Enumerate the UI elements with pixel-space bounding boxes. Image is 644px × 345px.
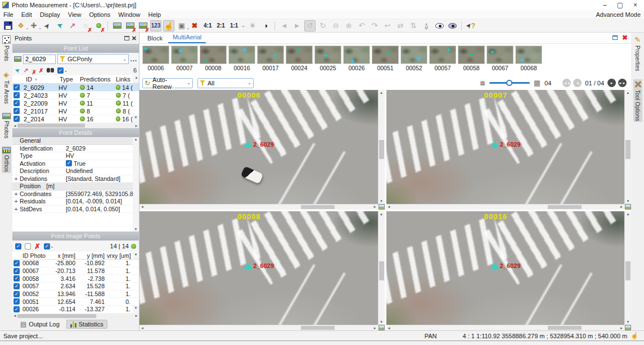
viewport-hscrollbar[interactable]: ◄►	[139, 325, 378, 330]
filter-combo[interactable]: GCPonly ⌄	[57, 54, 129, 64]
activation-checkbox[interactable]: ✓	[66, 160, 72, 166]
delete-selection-icon[interactable]: ◌	[31, 67, 35, 74]
tab-block[interactable]: Block	[143, 34, 167, 43]
point-row[interactable]: ✓ 2_24023 HV 7 7 (	[12, 92, 139, 99]
point-marker[interactable]: 2_6029	[491, 141, 521, 148]
viewport-00006[interactable]: 00006 2_6029 ▲▼ ◄►	[139, 90, 385, 210]
prediction-path-button[interactable]: ↗	[67, 20, 78, 31]
first-page-button[interactable]: ◄◄	[562, 79, 571, 87]
image-select-button[interactable]	[111, 20, 123, 31]
image-point-row[interactable]: ✓ 00067 -20.713 11.578 1.	[12, 267, 139, 275]
thumbnail[interactable]: ⌖00017	[257, 46, 284, 76]
row-checkbox[interactable]: ✓	[13, 275, 20, 282]
row-checkbox[interactable]: ✓	[13, 100, 20, 106]
point-list-hscrollbar[interactable]: ◄►	[12, 123, 139, 128]
thumbnail[interactable]: ⌖00024	[286, 46, 313, 76]
thumbnail[interactable]: ⌖00068	[515, 46, 542, 76]
zoom-in-step-button[interactable]: ⊕	[343, 20, 354, 31]
next-page-button[interactable]: ►	[607, 79, 616, 87]
thumbnail[interactable]: ⌖00016	[228, 46, 255, 76]
point-marker[interactable]: 2_6029	[244, 141, 274, 148]
block-menu-button[interactable]: ❖⌄	[15, 20, 26, 31]
overlay-layers-button[interactable]: ▣⌄	[176, 20, 187, 31]
search-binoculars-icon[interactable]	[47, 68, 54, 72]
menu-view[interactable]: View	[68, 11, 82, 18]
col-y[interactable]: y [mm]	[78, 252, 107, 259]
details-vscrollbar[interactable]: ▲▼	[133, 137, 139, 231]
prev-view-button[interactable]: ◄	[278, 20, 290, 31]
filter-more-button[interactable]: ...	[130, 56, 137, 62]
sidebar-tab-tool-options[interactable]: Tool Options	[633, 79, 642, 122]
image-point-row[interactable]: ✓ 00068 -25.800 -10.892 1.	[12, 260, 139, 267]
close-panel-icon[interactable]: ✕	[132, 35, 137, 42]
hide-photos-button[interactable]	[447, 20, 458, 31]
row-checkbox[interactable]: ✓	[13, 268, 20, 274]
viewport-adjust-icon[interactable]	[624, 325, 631, 330]
row-checkbox[interactable]: ✓	[13, 291, 20, 297]
float-view-icon[interactable]	[613, 35, 618, 40]
thumbnail[interactable]: ⌖00026	[343, 46, 370, 76]
new-point-icon[interactable]	[14, 56, 21, 62]
thumbnail[interactable]: ⌖00025	[314, 46, 341, 76]
minimize-button[interactable]: –	[603, 1, 607, 9]
row-checkbox[interactable]: ✓	[13, 298, 20, 305]
menu-edit[interactable]: Edit	[21, 11, 32, 18]
menu-window[interactable]: Window	[118, 11, 140, 18]
move-tool-button[interactable]: ✚⌄	[28, 20, 39, 31]
expand-toggle[interactable]: +	[12, 190, 20, 197]
group-position[interactable]: Position [m]	[20, 183, 133, 189]
aerial-image[interactable]: 00008 2_6029	[139, 211, 378, 325]
delete-point-button[interactable]	[93, 20, 104, 31]
image-delete-all-button[interactable]	[137, 20, 148, 31]
tab-multiaerial[interactable]: MultiAerial	[168, 33, 206, 43]
next-view-button[interactable]: ►	[291, 20, 303, 31]
thumbnail[interactable]: ⌖00058	[458, 46, 485, 76]
viewport-vscrollbar[interactable]: ▲▼	[378, 211, 385, 325]
row-checkbox[interactable]: ✓	[13, 116, 20, 122]
contrast-button[interactable]: ◑	[260, 20, 271, 31]
check-filter-icon[interactable]: ✓⌄	[57, 67, 67, 74]
scroll-down-arrow[interactable]: ▼	[133, 115, 139, 122]
thumbnail[interactable]: ⌖00006	[142, 46, 169, 76]
viewport-00007[interactable]: 00007 2_6029 ▲▼ ◄►	[386, 90, 632, 210]
point-marker[interactable]: 2_6029	[244, 262, 274, 269]
rotate-cw-button[interactable]: ↷	[369, 20, 380, 31]
image-point-row[interactable]: ✓ 00058 3.416 -2.738 1.	[12, 275, 139, 283]
menu-help[interactable]: Help	[148, 11, 161, 18]
prediction-icon[interactable]: ↗	[23, 67, 28, 74]
viewport-vscrollbar[interactable]: ▲▼	[378, 90, 385, 204]
statistics-button[interactable]: Statistics	[66, 320, 107, 329]
slider-handle[interactable]	[506, 80, 512, 86]
aerial-image[interactable]: 00007 2_6029	[386, 90, 625, 204]
image-delete-button[interactable]	[124, 20, 136, 31]
viewport-00016[interactable]: 00016 2_6029 ▲▼ ◄►	[386, 211, 632, 331]
scroll-up-arrow[interactable]: ▲	[133, 252, 139, 259]
viewport-vscrollbar[interactable]: ▲▼	[624, 90, 631, 204]
row-checkbox[interactable]: ✓	[13, 84, 20, 90]
sidebar-tab-photos[interactable]: Photos	[2, 112, 11, 139]
expand-toggle[interactable]: +	[12, 175, 20, 182]
zoom-1-1-button[interactable]: 1:1	[228, 22, 240, 29]
float-panel-icon[interactable]	[124, 36, 129, 40]
zoom-4-1-button[interactable]: 4:1	[202, 22, 213, 29]
output-log-button[interactable]: ▤ Output Log	[17, 320, 63, 329]
save-button[interactable]	[2, 20, 13, 31]
zoom-out-step-button[interactable]: ⊖	[330, 20, 341, 31]
prev-page-button[interactable]: ◄	[573, 79, 582, 87]
col-x[interactable]: x [mm]	[47, 252, 78, 259]
sidebar-tab-points[interactable]: Points	[2, 34, 11, 62]
select-all-checkbox[interactable]: ✓	[15, 243, 21, 249]
col-predictions[interactable]: Predictions	[79, 76, 115, 83]
select-cursor-button[interactable]: ➤	[39, 18, 55, 34]
survey-tripod-button[interactable]: ⍙	[421, 20, 432, 31]
sidebar-tab-properties[interactable]: ✎ Properties	[634, 34, 641, 72]
show-numbers-button[interactable]: 123	[150, 20, 161, 31]
point-marker[interactable]: 2_6029	[491, 262, 521, 269]
col-id[interactable]: ID˅	[24, 76, 58, 83]
image-point-row[interactable]: ✓ 00051 12.654 7.461 0.	[12, 298, 139, 306]
check-options-icon[interactable]: ✓⌄	[44, 243, 54, 249]
rotate-right-globe-button[interactable]: ↻	[317, 20, 328, 31]
aerial-image[interactable]: 00016 2_6029	[386, 211, 625, 325]
close-view-icon[interactable]: ✖	[622, 34, 628, 42]
viewport-adjust-icon[interactable]	[378, 204, 385, 210]
